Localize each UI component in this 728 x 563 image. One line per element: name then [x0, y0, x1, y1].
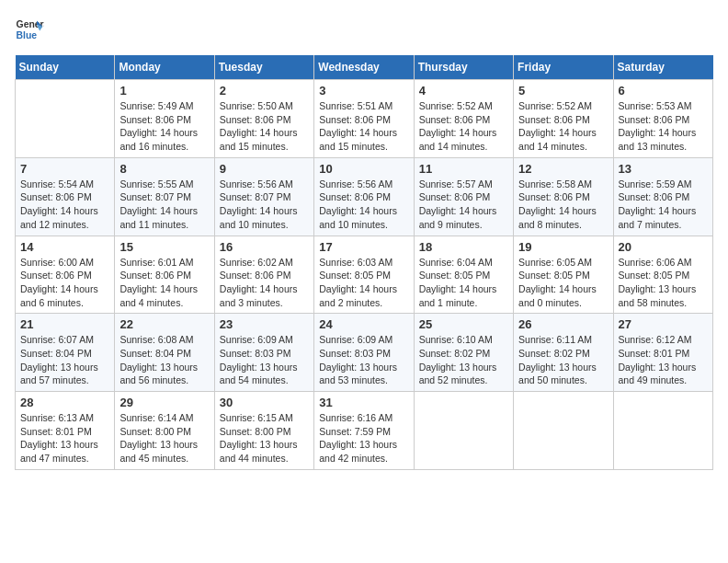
day-number: 16 — [220, 240, 309, 254]
day-number: 25 — [419, 317, 508, 331]
calendar-cell: 19Sunrise: 6:05 AMSunset: 8:05 PMDayligh… — [514, 236, 613, 314]
day-info: Sunrise: 6:13 AMSunset: 8:01 PMDaylight:… — [20, 411, 109, 465]
day-number: 13 — [619, 162, 708, 176]
day-number: 14 — [20, 240, 109, 254]
calendar-cell: 20Sunrise: 6:06 AMSunset: 8:05 PMDayligh… — [613, 236, 712, 314]
day-number: 17 — [319, 240, 408, 254]
day-info: Sunrise: 6:08 AMSunset: 8:04 PMDaylight:… — [119, 333, 209, 387]
calendar-cell: 12Sunrise: 5:58 AMSunset: 8:06 PMDayligh… — [514, 157, 613, 236]
logo: General Blue — [15, 15, 44, 44]
day-info: Sunrise: 5:52 AMSunset: 8:06 PMDaylight:… — [419, 99, 508, 154]
day-of-week-header: Tuesday — [214, 55, 313, 80]
day-number: 23 — [220, 317, 309, 331]
day-info: Sunrise: 5:58 AMSunset: 8:06 PMDaylight:… — [518, 178, 608, 232]
day-number: 3 — [319, 84, 408, 98]
day-number: 6 — [619, 84, 708, 98]
day-number: 24 — [319, 317, 408, 331]
day-number: 10 — [319, 162, 408, 176]
day-info: Sunrise: 5:56 AMSunset: 8:06 PMDaylight:… — [319, 178, 408, 232]
day-info: Sunrise: 5:54 AMSunset: 8:06 PMDaylight:… — [20, 178, 109, 232]
day-number: 31 — [319, 396, 408, 409]
day-number: 5 — [518, 84, 608, 98]
calendar-cell: 5Sunrise: 5:52 AMSunset: 8:06 PMDaylight… — [514, 80, 613, 158]
day-info: Sunrise: 5:56 AMSunset: 8:07 PMDaylight:… — [220, 178, 309, 232]
day-of-week-header: Friday — [514, 55, 613, 80]
calendar-table: SundayMondayTuesdayWednesdayThursdayFrid… — [15, 55, 713, 470]
day-info: Sunrise: 6:12 AMSunset: 8:01 PMDaylight:… — [619, 333, 708, 387]
calendar-cell: 11Sunrise: 5:57 AMSunset: 8:06 PMDayligh… — [414, 157, 513, 236]
calendar-cell — [613, 392, 712, 470]
calendar-cell: 3Sunrise: 5:51 AMSunset: 8:06 PMDaylight… — [314, 80, 414, 158]
day-number: 7 — [20, 162, 109, 176]
calendar-cell: 9Sunrise: 5:56 AMSunset: 8:07 PMDaylight… — [214, 157, 313, 236]
day-info: Sunrise: 6:05 AMSunset: 8:05 PMDaylight:… — [518, 256, 608, 310]
day-info: Sunrise: 6:09 AMSunset: 8:03 PMDaylight:… — [220, 333, 309, 387]
calendar-week-row: 14Sunrise: 6:00 AMSunset: 8:06 PMDayligh… — [16, 236, 713, 314]
calendar-cell: 10Sunrise: 5:56 AMSunset: 8:06 PMDayligh… — [314, 157, 414, 236]
day-info: Sunrise: 6:04 AMSunset: 8:05 PMDaylight:… — [419, 256, 508, 310]
day-info: Sunrise: 6:14 AMSunset: 8:00 PMDaylight:… — [119, 411, 209, 465]
calendar-cell: 13Sunrise: 5:59 AMSunset: 8:06 PMDayligh… — [613, 157, 712, 236]
day-number: 20 — [619, 240, 708, 254]
day-number: 30 — [220, 396, 309, 409]
calendar-cell: 17Sunrise: 6:03 AMSunset: 8:05 PMDayligh… — [314, 236, 414, 314]
day-number: 19 — [518, 240, 608, 254]
calendar-cell: 18Sunrise: 6:04 AMSunset: 8:05 PMDayligh… — [414, 236, 513, 314]
calendar-cell: 1Sunrise: 5:49 AMSunset: 8:06 PMDaylight… — [115, 80, 214, 158]
day-number: 1 — [119, 84, 209, 98]
calendar-week-row: 7Sunrise: 5:54 AMSunset: 8:06 PMDaylight… — [16, 157, 713, 236]
logo-icon: General Blue — [15, 15, 44, 44]
day-number: 4 — [419, 84, 508, 98]
day-number: 15 — [119, 240, 209, 254]
day-info: Sunrise: 6:16 AMSunset: 7:59 PMDaylight:… — [319, 411, 408, 465]
page-header: General Blue — [15, 15, 713, 44]
calendar-cell: 21Sunrise: 6:07 AMSunset: 8:04 PMDayligh… — [16, 314, 115, 392]
day-number: 29 — [119, 396, 209, 409]
svg-text:Blue: Blue — [17, 30, 38, 40]
calendar-cell: 27Sunrise: 6:12 AMSunset: 8:01 PMDayligh… — [613, 314, 712, 392]
calendar-header-row: SundayMondayTuesdayWednesdayThursdayFrid… — [16, 55, 713, 80]
calendar-week-row: 21Sunrise: 6:07 AMSunset: 8:04 PMDayligh… — [16, 314, 713, 392]
day-info: Sunrise: 5:53 AMSunset: 8:06 PMDaylight:… — [619, 99, 708, 154]
calendar-cell: 7Sunrise: 5:54 AMSunset: 8:06 PMDaylight… — [16, 157, 115, 236]
day-info: Sunrise: 5:49 AMSunset: 8:06 PMDaylight:… — [119, 99, 209, 154]
day-number: 18 — [419, 240, 508, 254]
day-info: Sunrise: 5:50 AMSunset: 8:06 PMDaylight:… — [220, 99, 309, 154]
day-number: 11 — [419, 162, 508, 176]
day-info: Sunrise: 5:52 AMSunset: 8:06 PMDaylight:… — [518, 99, 608, 154]
day-of-week-header: Thursday — [414, 55, 513, 80]
day-of-week-header: Sunday — [16, 55, 115, 80]
day-info: Sunrise: 6:00 AMSunset: 8:06 PMDaylight:… — [20, 256, 109, 310]
day-info: Sunrise: 6:01 AMSunset: 8:06 PMDaylight:… — [119, 256, 209, 310]
day-info: Sunrise: 6:11 AMSunset: 8:02 PMDaylight:… — [518, 333, 608, 387]
calendar-cell: 26Sunrise: 6:11 AMSunset: 8:02 PMDayligh… — [514, 314, 613, 392]
calendar-cell: 22Sunrise: 6:08 AMSunset: 8:04 PMDayligh… — [115, 314, 214, 392]
calendar-cell: 29Sunrise: 6:14 AMSunset: 8:00 PMDayligh… — [115, 392, 214, 470]
day-info: Sunrise: 5:55 AMSunset: 8:07 PMDaylight:… — [119, 178, 209, 232]
day-info: Sunrise: 6:03 AMSunset: 8:05 PMDaylight:… — [319, 256, 408, 310]
day-info: Sunrise: 6:15 AMSunset: 8:00 PMDaylight:… — [220, 411, 309, 465]
day-info: Sunrise: 6:06 AMSunset: 8:05 PMDaylight:… — [619, 256, 708, 310]
day-number: 28 — [20, 396, 109, 409]
day-info: Sunrise: 6:07 AMSunset: 8:04 PMDaylight:… — [20, 333, 109, 387]
calendar-cell: 28Sunrise: 6:13 AMSunset: 8:01 PMDayligh… — [16, 392, 115, 470]
day-of-week-header: Saturday — [613, 55, 712, 80]
calendar-cell: 4Sunrise: 5:52 AMSunset: 8:06 PMDaylight… — [414, 80, 513, 158]
day-of-week-header: Wednesday — [314, 55, 414, 80]
calendar-cell: 30Sunrise: 6:15 AMSunset: 8:00 PMDayligh… — [214, 392, 313, 470]
calendar-cell: 31Sunrise: 6:16 AMSunset: 7:59 PMDayligh… — [314, 392, 414, 470]
day-number: 9 — [220, 162, 309, 176]
calendar-cell: 14Sunrise: 6:00 AMSunset: 8:06 PMDayligh… — [16, 236, 115, 314]
calendar-cell: 6Sunrise: 5:53 AMSunset: 8:06 PMDaylight… — [613, 80, 712, 158]
day-info: Sunrise: 6:09 AMSunset: 8:03 PMDaylight:… — [319, 333, 408, 387]
calendar-cell — [16, 80, 115, 158]
day-number: 27 — [619, 317, 708, 331]
day-info: Sunrise: 6:10 AMSunset: 8:02 PMDaylight:… — [419, 333, 508, 387]
calendar-cell: 25Sunrise: 6:10 AMSunset: 8:02 PMDayligh… — [414, 314, 513, 392]
calendar-cell: 16Sunrise: 6:02 AMSunset: 8:06 PMDayligh… — [214, 236, 313, 314]
day-info: Sunrise: 5:57 AMSunset: 8:06 PMDaylight:… — [419, 178, 508, 232]
calendar-cell: 15Sunrise: 6:01 AMSunset: 8:06 PMDayligh… — [115, 236, 214, 314]
calendar-cell: 23Sunrise: 6:09 AMSunset: 8:03 PMDayligh… — [214, 314, 313, 392]
calendar-cell: 24Sunrise: 6:09 AMSunset: 8:03 PMDayligh… — [314, 314, 414, 392]
calendar-cell — [414, 392, 513, 470]
